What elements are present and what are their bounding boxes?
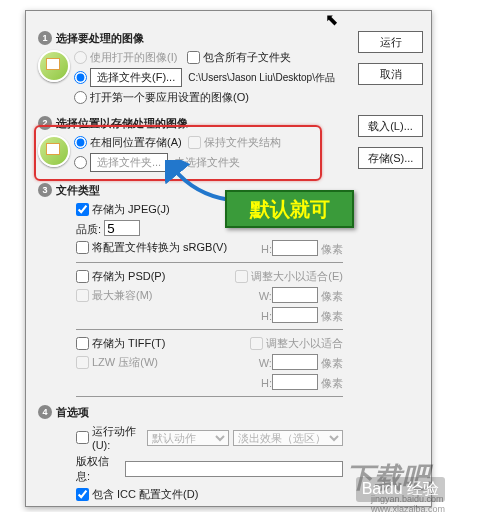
chk-srgb[interactable]: 将配置文件转换为 sRGB(V) [76,240,227,255]
chk-resize-tiff[interactable]: 调整大小以适合 [250,336,343,351]
chk-lzw[interactable]: LZW 压缩(W) [76,355,158,370]
opt-use-open[interactable]: 使用打开的图像(I) [74,50,177,65]
opt-select-folder[interactable] [74,71,87,84]
chk-tiff[interactable]: 存储为 TIFF(T) [76,336,165,351]
opt-open-first[interactable]: 打开第一个要应用设置的图像(O) [74,90,249,105]
chk-icc[interactable]: 包含 ICC 配置文件(D) [76,487,198,502]
sect2-title: 选择位置以存储处理的图像 [56,117,188,129]
copyright-label: 版权信息: [76,454,121,484]
step-2-badge: 2 [38,116,52,130]
chk-subfolders[interactable]: 包含所有子文件夹 [187,50,291,65]
psd-w-input [272,287,318,303]
chk-maxcompat[interactable]: 最大兼容(M) [76,288,153,303]
callout-box: 默认就可 [225,190,354,228]
quality-input[interactable] [104,220,140,236]
step-4-badge: 4 [38,405,52,419]
chk-keep-structure[interactable]: 保持文件夹结构 [188,135,281,150]
jpeg-h-input [272,240,318,256]
folder-icon [38,50,70,82]
psd-h-input [272,307,318,323]
tiff-h-input [272,374,318,390]
fade-select: 淡出效果（选区） [233,430,343,446]
chk-psd[interactable]: 存储为 PSD(P) [76,269,165,284]
sect3-title: 文件类型 [56,184,100,196]
sect4-title: 首选项 [56,406,89,418]
tiff-w-input [272,354,318,370]
sect1-title: 选择要处理的图像 [56,32,144,44]
step-1-badge: 1 [38,31,52,45]
chk-resize-psd[interactable]: 调整大小以适合(E) [235,269,343,284]
save-button[interactable]: 存储(S)... [358,147,423,169]
cancel-button[interactable]: 取消 [358,63,423,85]
folder-icon-2 [38,135,70,167]
path-text: C:\Users\Jason Liu\Desktop\作品 [188,71,335,85]
btn-select-folder-1[interactable]: 选择文件夹(F)... [90,68,182,87]
chk-run-action[interactable]: 运行动作(U): [76,424,147,451]
no-folder-hint: 未选择文件夹 [174,155,240,170]
run-button[interactable]: 运行 [358,31,423,53]
watermark-url: jingyan.baidu.com www.xiazaiba.com [371,494,445,512]
btn-select-folder-2[interactable]: 选择文件夹... [90,153,168,172]
opt-choose-folder[interactable] [74,156,87,169]
step-3-badge: 3 [38,183,52,197]
load-button[interactable]: 载入(L)... [358,115,423,137]
quality-label: 品质: [76,223,101,235]
chk-jpeg[interactable]: 存储为 JPEG(J) [76,202,170,217]
action-select: 默认动作 [147,430,229,446]
copyright-input[interactable] [125,461,343,477]
opt-same-location[interactable]: 在相同位置存储(A) [74,135,182,150]
